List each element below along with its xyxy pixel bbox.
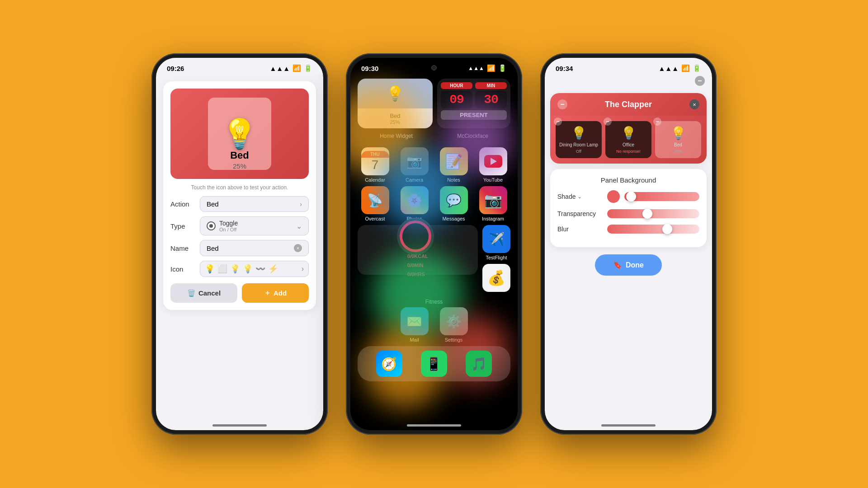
switch-icon[interactable]: ⬜ bbox=[217, 264, 227, 274]
shade-thumb[interactable] bbox=[626, 192, 636, 202]
bulb-dim-icon[interactable]: 💡 bbox=[243, 264, 253, 274]
clapper-header: − The Clapper × bbox=[550, 93, 707, 116]
chevron-down-icon: ⌄ bbox=[296, 222, 302, 230]
status-icons-3: ▲▲▲ 📶 🔋 bbox=[658, 64, 701, 72]
office-device[interactable]: − 💡 Office No response! bbox=[605, 121, 651, 158]
phone2: 09:30 ▲▲▲ 📶 🔋 💡 Bed 25% HOUR bbox=[346, 53, 522, 435]
toggle-left: Toggle On / Off bbox=[207, 220, 238, 232]
wifi-icon: 📶 bbox=[292, 64, 301, 72]
time-2: 09:30 bbox=[361, 65, 378, 72]
office-device-name: Office bbox=[623, 142, 634, 147]
transparency-thumb[interactable] bbox=[642, 209, 652, 219]
type-field[interactable]: Toggle On / Off ⌄ bbox=[200, 216, 309, 235]
min-label: MIN bbox=[475, 82, 507, 89]
clapper-close-button[interactable]: × bbox=[689, 99, 699, 109]
action-field-value: Bed bbox=[207, 200, 219, 208]
home-indicator-1 bbox=[212, 424, 267, 427]
top-minus-area: − bbox=[545, 74, 712, 88]
whatsapp-dock-app[interactable]: 📱 bbox=[421, 351, 447, 377]
done-button[interactable]: 🔖 Done bbox=[595, 254, 662, 276]
action-hint: Touch the icon above to test your action… bbox=[170, 184, 309, 191]
name-row: Name Bed × bbox=[170, 240, 309, 256]
phone3-screen: 09:34 ▲▲▲ 📶 🔋 − − The Clapper × − 💡 bbox=[545, 58, 712, 430]
bed-device[interactable]: − 💡 Bed 25% bbox=[655, 121, 701, 158]
phone1: 09:26 ▲▲▲ 📶 🔋 💡 Bed 25% Touch the icon a… bbox=[151, 53, 328, 435]
name-field-value: Bed bbox=[207, 244, 219, 252]
youtube-label: YouTube bbox=[483, 177, 503, 183]
blur-thumb[interactable] bbox=[662, 224, 672, 234]
bokeh-blue bbox=[377, 148, 459, 230]
transparency-slider[interactable] bbox=[607, 209, 699, 218]
shade-chevron-icon[interactable]: ⌄ bbox=[577, 193, 582, 200]
testflight-label: TestFlight bbox=[486, 255, 507, 260]
bed-minus-icon[interactable]: − bbox=[653, 117, 661, 126]
wave-icon[interactable]: 〰️ bbox=[255, 264, 265, 274]
status-bar-2: 09:30 ▲▲▲ 📶 🔋 bbox=[350, 58, 518, 74]
action-device-name: Bed bbox=[170, 150, 309, 161]
home-indicator-3 bbox=[601, 424, 656, 427]
status-icons-1: ▲▲▲ 📶 🔋 bbox=[269, 64, 312, 72]
office-device-status: No response! bbox=[616, 149, 641, 154]
hour-label: HOUR bbox=[441, 82, 472, 89]
power-icon[interactable]: ⚡ bbox=[268, 264, 278, 274]
safari-dock-app[interactable]: 🧭 bbox=[376, 351, 402, 377]
toggle-value: Toggle bbox=[219, 220, 238, 227]
chevron-right-icon: › bbox=[300, 201, 302, 208]
toggle-dot-inner bbox=[209, 224, 213, 228]
type-row: Type Toggle On / Off ⌄ bbox=[170, 216, 309, 235]
top-minus-button[interactable]: − bbox=[695, 76, 705, 86]
dining-device-name: Dining Room Lamp bbox=[559, 142, 598, 147]
blur-label: Blur bbox=[557, 225, 603, 233]
clapper-card: − The Clapper × − 💡 Dining Room Lamp Off… bbox=[550, 93, 707, 164]
name-label: Name bbox=[170, 244, 195, 252]
shade-slider[interactable] bbox=[624, 192, 699, 201]
bed-bulb-icon: 💡 bbox=[670, 126, 686, 141]
more-icons-chevron[interactable]: › bbox=[302, 265, 304, 273]
office-minus-icon[interactable]: − bbox=[604, 117, 612, 126]
signal-icon: ▲▲▲ bbox=[269, 65, 290, 72]
cancel-button[interactable]: 🗑️ Cancel bbox=[170, 283, 237, 303]
dining-room-device[interactable]: − 💡 Dining Room Lamp Off bbox=[556, 121, 602, 158]
overcast-label: Overcast bbox=[365, 216, 385, 221]
action-row: Action Bed › bbox=[170, 196, 309, 212]
bed-device-name: Bed bbox=[674, 142, 682, 147]
add-button[interactable]: ＋ Add bbox=[242, 283, 309, 303]
clock-labels: HOUR MIN bbox=[441, 82, 507, 89]
testflight-icon: ✈️ bbox=[482, 225, 510, 253]
action-field[interactable]: Bed › bbox=[200, 196, 309, 212]
home-indicator-2 bbox=[407, 424, 461, 427]
toggle-sub: On / Off bbox=[219, 227, 238, 232]
trash-icon: 🗑️ bbox=[187, 289, 196, 297]
blur-slider[interactable] bbox=[607, 225, 699, 234]
spotify-dock-app[interactable]: 🎵 bbox=[466, 351, 492, 377]
shade-color[interactable] bbox=[607, 190, 620, 203]
instagram-label: Instagram bbox=[482, 216, 504, 221]
action-icon-container[interactable]: 💡 Bed 25% bbox=[170, 89, 309, 179]
phone2-screen: 09:30 ▲▲▲ 📶 🔋 💡 Bed 25% HOUR bbox=[350, 58, 518, 430]
icon-label: Icon bbox=[170, 265, 195, 273]
battery-icon-2: 🔋 bbox=[498, 64, 507, 72]
phone3: 09:34 ▲▲▲ 📶 🔋 − − The Clapper × − 💡 bbox=[540, 53, 717, 435]
icon-row: Icon 💡 ⬜ 💡 💡 〰️ ⚡ › bbox=[170, 261, 309, 277]
done-label: Done bbox=[626, 261, 644, 269]
shade-label: Shade ⌄ bbox=[557, 193, 603, 200]
icon-options[interactable]: 💡 ⬜ 💡 💡 〰️ ⚡ › bbox=[200, 261, 309, 277]
bulb-on-icon[interactable]: 💡 bbox=[205, 264, 215, 274]
dining-minus-icon[interactable]: − bbox=[554, 117, 562, 126]
toggle-dot bbox=[207, 221, 216, 230]
clear-icon[interactable]: × bbox=[294, 244, 302, 252]
action-device-pct: 25% bbox=[170, 162, 309, 170]
instagram-app[interactable]: 📷 Instagram bbox=[476, 186, 510, 221]
status-icons-2: ▲▲▲ 📶 🔋 bbox=[468, 64, 507, 72]
office-bulb-icon: 💡 bbox=[621, 126, 637, 141]
status-bar-1: 09:26 ▲▲▲ 📶 🔋 bbox=[156, 58, 323, 74]
clapper-minus-button[interactable]: − bbox=[557, 99, 567, 109]
money-icon: 💰 bbox=[482, 264, 510, 292]
name-field[interactable]: Bed × bbox=[200, 240, 309, 256]
shade-row: Shade ⌄ bbox=[557, 190, 699, 203]
money-app[interactable]: 💰 bbox=[482, 264, 510, 294]
wifi-icon-3: 📶 bbox=[681, 64, 690, 72]
testflight-app[interactable]: ✈️ TestFlight bbox=[482, 225, 510, 260]
panel-bg-title: Panel Background bbox=[557, 176, 699, 184]
bulb-off-icon[interactable]: 💡 bbox=[230, 264, 240, 274]
